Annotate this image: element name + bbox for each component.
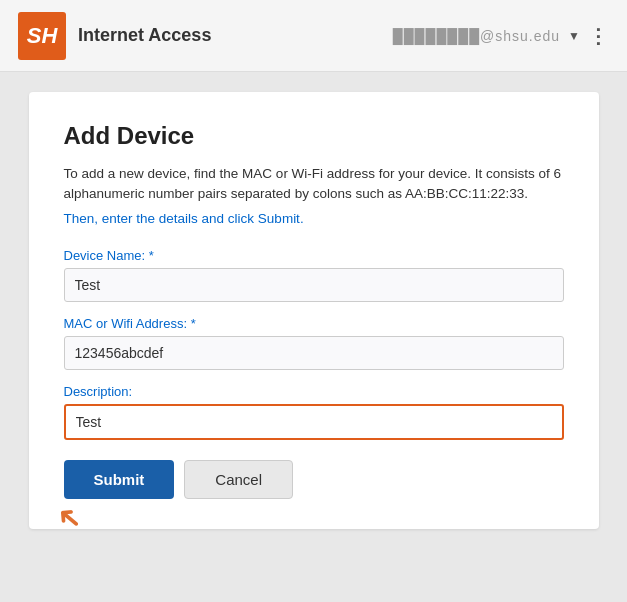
device-name-input[interactable] [64, 268, 564, 302]
more-options-icon[interactable]: ⋮ [588, 24, 609, 48]
page-title: Add Device [64, 122, 564, 150]
device-name-group: Device Name: * [64, 248, 564, 302]
logo: SH [18, 12, 66, 60]
header-right: ████████@shsu.edu ▼ ⋮ [393, 24, 609, 48]
description-input[interactable] [64, 404, 564, 440]
app-header: SH Internet Access ████████@shsu.edu ▼ ⋮ [0, 0, 627, 72]
description-group: Description: [64, 384, 564, 440]
user-email: ████████@shsu.edu [393, 28, 560, 44]
dropdown-arrow-icon[interactable]: ▼ [568, 29, 580, 43]
submit-button[interactable]: Submit [64, 460, 175, 499]
app-title: Internet Access [78, 25, 211, 46]
mac-address-label: MAC or Wifi Address: * [64, 316, 564, 331]
arrow-annotation: ➜ [47, 498, 89, 541]
cancel-button[interactable]: Cancel [184, 460, 293, 499]
mac-address-input[interactable] [64, 336, 564, 370]
button-row: Submit Cancel ➜ [64, 460, 564, 499]
main-area: Add Device To add a new device, find the… [0, 72, 627, 602]
add-device-card: Add Device To add a new device, find the… [29, 92, 599, 529]
form-description: To add a new device, find the MAC or Wi-… [64, 164, 564, 205]
description-label: Description: [64, 384, 564, 399]
mac-address-group: MAC or Wifi Address: * [64, 316, 564, 370]
form-instruction: Then, enter the details and click Submit… [64, 211, 564, 226]
header-left: SH Internet Access [18, 12, 211, 60]
device-name-label: Device Name: * [64, 248, 564, 263]
